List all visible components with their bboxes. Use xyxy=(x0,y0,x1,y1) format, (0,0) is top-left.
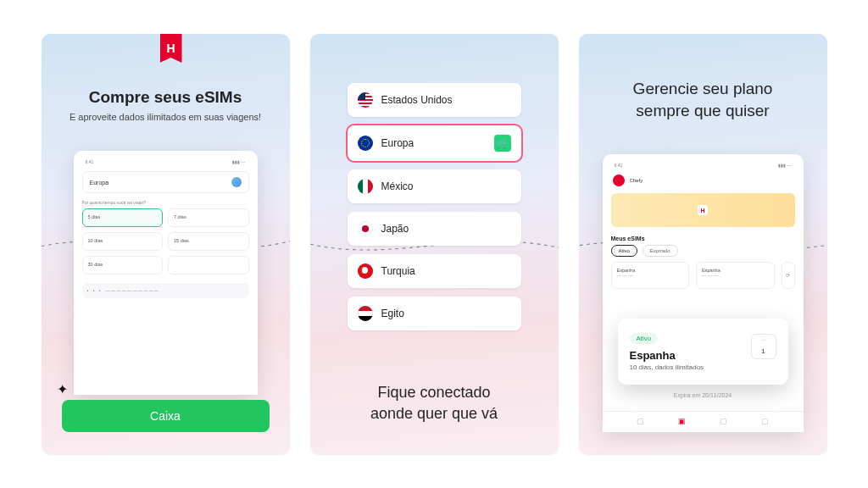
filter-chip-expired[interactable]: Expirado xyxy=(643,245,678,257)
screenshot-panel-1: H Compre seus eSIMs E aproveite dados il… xyxy=(42,34,290,454)
info-note: • • •— — — — — — — — — — xyxy=(82,283,249,298)
tab-esim-icon[interactable]: ▣ xyxy=(678,417,686,425)
tab-bar: ▢ ▣ ▢ ▢ xyxy=(603,411,804,425)
panel1-title: Compre seus eSIMs xyxy=(57,88,275,107)
flag-us-icon xyxy=(358,92,373,108)
duration-option[interactable]: 10 dias xyxy=(82,232,164,251)
sparkle-icon: ✦ xyxy=(57,381,68,397)
checkout-button[interactable]: Caixa xyxy=(62,400,270,432)
panel3-header: Gerencie seu plano sempre que quiser xyxy=(579,78,827,121)
cart-icon[interactable]: 🛒 xyxy=(494,135,511,152)
calendar-icon: ⌒ 1 xyxy=(751,334,776,359)
flag-tr-icon xyxy=(358,263,373,279)
flag-eu-icon xyxy=(358,136,373,151)
duration-option[interactable]: 30 dias xyxy=(82,256,164,274)
brand-badge-icon: H xyxy=(698,205,708,215)
duration-option[interactable] xyxy=(168,256,249,274)
filter-chip-active[interactable]: Ativo xyxy=(611,245,637,257)
flag-mx-icon xyxy=(358,179,373,194)
refresh-icon[interactable]: ⟳ xyxy=(782,262,795,289)
destination-row[interactable]: Europa xyxy=(82,171,249,193)
welcome-name: Chefy xyxy=(630,178,643,183)
country-list: Estados Unidos Europa 🛒 México Japão Tur… xyxy=(348,83,521,330)
esim-card[interactable]: Espanha— — — xyxy=(696,262,775,289)
tab-home-icon[interactable]: ▢ xyxy=(637,417,644,425)
avatar[interactable] xyxy=(613,175,625,186)
tablet-mock-1: 9:41▮▮▮ ⋯ Europa Por quanto tempo você v… xyxy=(74,151,258,395)
country-item-mx[interactable]: México xyxy=(348,169,521,203)
country-item-tr[interactable]: Turquia xyxy=(348,254,521,288)
active-plan-card[interactable]: Ativo Espanha 10 dias, dados ilimitados … xyxy=(618,319,788,385)
globe-icon xyxy=(231,177,242,187)
country-item-us[interactable]: Estados Unidos xyxy=(348,83,521,117)
flag-eg-icon xyxy=(358,306,373,321)
panel2-footer: Fique conectado aonde quer que vá xyxy=(310,382,559,424)
tab-profile-icon[interactable]: ▢ xyxy=(761,417,769,425)
country-item-jp[interactable]: Japão xyxy=(348,212,521,246)
status-badge: Ativo xyxy=(630,333,659,344)
promo-banner[interactable]: H xyxy=(611,193,795,227)
duration-question: Por quanto tempo você vai viajar? xyxy=(82,200,249,205)
country-item-eg[interactable]: Egito xyxy=(348,297,521,330)
screenshot-panel-3: Gerencie seu plano sempre que quiser 9:4… xyxy=(579,34,827,454)
duration-option[interactable]: 7 dias xyxy=(168,208,249,227)
my-esims-title: Meus eSIMs xyxy=(611,236,795,241)
duration-option[interactable]: 15 dias xyxy=(168,232,249,251)
expire-text: Expira em 20/11/2024 xyxy=(603,392,804,398)
panel1-subtitle: E aproveite dados ilimitados em suas via… xyxy=(57,112,275,122)
esim-card[interactable]: Espanha— — — xyxy=(611,262,690,289)
flag-jp-icon xyxy=(358,221,373,236)
screenshot-panel-2: Estados Unidos Europa 🛒 México Japão Tur… xyxy=(310,34,559,454)
tablet-mock-3: 9:41▮▮▮ ⋯ Chefy H Meus eSIMs Ativo Expir… xyxy=(603,154,804,432)
brand-ribbon: H xyxy=(160,34,182,63)
plan-subtitle: 10 dias, dados ilimitados xyxy=(630,363,776,371)
duration-option[interactable]: 5 dias xyxy=(82,208,164,227)
tab-shop-icon[interactable]: ▢ xyxy=(720,417,727,425)
country-item-eu[interactable]: Europa 🛒 xyxy=(348,125,521,161)
